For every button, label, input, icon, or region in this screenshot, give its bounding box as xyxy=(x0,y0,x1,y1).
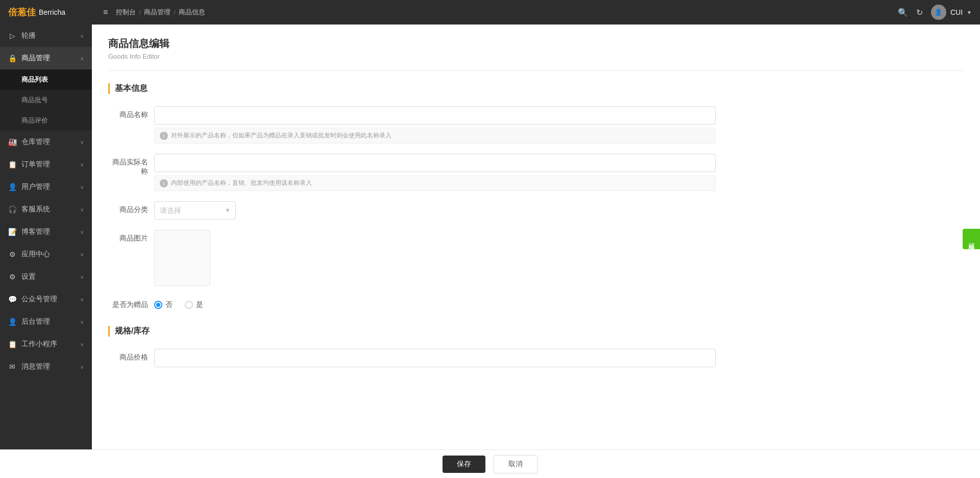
goods-name-hint: i 对外展示的产品名称，但如果产品为赠品在录入直销或批发时则会使用此名称录入 xyxy=(154,128,716,144)
sidebar-item-goods[interactable]: 🔒 商品管理 ∧ xyxy=(0,47,92,69)
is-gift-content: 否 是 xyxy=(154,296,716,309)
goods-price-label: 商品价格 xyxy=(108,349,154,362)
service-arrow: ∨ xyxy=(80,207,84,212)
goods-name-input[interactable] xyxy=(154,106,716,125)
breadcrumb-home: 控制台 xyxy=(116,8,136,17)
warehouse-icon: 🏭 xyxy=(8,138,16,146)
sidebar-item-warehouse[interactable]: 🏭 仓库管理 ∨ xyxy=(0,131,92,153)
main-layout: ▷ 轮播 ∨ 🔒 商品管理 ∧ 商品列表 商品批号 商品评价 🏭 仓库管理 ∨ xyxy=(0,25,980,478)
goods-price-content xyxy=(154,349,716,367)
hint-icon-real-name: i xyxy=(160,179,168,187)
order-arrow: ∨ xyxy=(80,162,84,168)
sidebar-carousel-inner: ▷ 轮播 xyxy=(8,31,36,40)
logo-en: Berricha xyxy=(39,8,65,16)
sidebar-service-inner: 🎧 客服系统 xyxy=(8,205,50,214)
radio-no-circle xyxy=(154,301,162,309)
section-basic-info: 基本信息 商品名称 i 对外展示的产品名称，但如果产品为赠品在录入直销或批发时则… xyxy=(108,83,964,309)
breadcrumb: 控制台 / 商品管理 / 商品信息 xyxy=(116,8,205,17)
section2-heading: 规格/库存 xyxy=(108,326,964,337)
message-arrow: ∨ xyxy=(80,364,84,370)
carousel-icon: ▷ xyxy=(8,32,16,40)
sidebar-item-user[interactable]: 👤 用户管理 ∨ xyxy=(0,176,92,198)
cancel-button[interactable]: 取消 xyxy=(494,455,537,473)
goods-icon: 🔒 xyxy=(8,54,16,62)
menu-toggle-icon[interactable]: ≡ xyxy=(101,6,110,19)
sidebar-item-goods-batch[interactable]: 商品批号 xyxy=(0,90,92,110)
search-icon[interactable]: 🔍 xyxy=(898,8,908,17)
wechat-arrow: ∨ xyxy=(80,297,84,302)
sidebar-label-backend: 后台管理 xyxy=(21,317,50,326)
breadcrumb-goods-info: 商品信息 xyxy=(179,8,205,17)
save-button[interactable]: 保存 xyxy=(443,456,485,473)
sidebar-item-blog[interactable]: 📝 博客管理 ∨ xyxy=(0,221,92,243)
sidebar-goods-inner: 🔒 商品管理 xyxy=(8,54,50,63)
sidebar-label-warehouse: 仓库管理 xyxy=(21,137,50,147)
sidebar-label-message: 消息管理 xyxy=(21,362,50,371)
radio-no[interactable]: 否 xyxy=(154,300,173,309)
content-area: 商品信息编辑 Goods Info Editor 基本信息 商品名称 i 对外展… xyxy=(92,25,980,478)
message-icon: ✉ xyxy=(8,363,16,371)
sidebar-label-apps: 应用中心 xyxy=(21,250,50,259)
radio-yes[interactable]: 是 xyxy=(185,300,203,309)
user-arrow-icon: ∨ xyxy=(80,184,84,190)
warehouse-arrow: ∨ xyxy=(80,139,84,145)
sidebar-label-order: 订单管理 xyxy=(21,160,50,169)
settings-arrow: ∨ xyxy=(80,274,84,280)
bottom-bar: 保存 取消 xyxy=(0,449,980,478)
sidebar-item-apps[interactable]: ⚙ 应用中心 ∨ xyxy=(0,243,92,266)
goods-name-content: i 对外展示的产品名称，但如果产品为赠品在录入直销或批发时则会使用此名称录入 xyxy=(154,106,716,144)
sidebar-label-service: 客服系统 xyxy=(21,205,50,214)
is-gift-row: 是否为赠品 否 是 xyxy=(108,296,964,309)
backend-arrow: ∨ xyxy=(80,319,84,325)
user-name: CUI xyxy=(950,8,963,16)
user-area[interactable]: 👤 CUI ▼ xyxy=(931,5,972,20)
page-subtitle: Goods Info Editor xyxy=(108,53,964,60)
apps-arrow: ∨ xyxy=(80,252,84,257)
sidebar-user-inner: 👤 用户管理 xyxy=(8,182,50,192)
sidebar-item-service[interactable]: 🎧 客服系统 ∨ xyxy=(0,198,92,221)
is-gift-radio-group: 否 是 xyxy=(154,296,716,309)
sidebar-label-user: 用户管理 xyxy=(21,182,50,192)
user-dropdown-arrow: ▼ xyxy=(967,10,972,15)
sidebar-label-goods: 商品管理 xyxy=(21,54,50,63)
refresh-icon[interactable]: ↻ xyxy=(916,8,923,17)
goods-image-content xyxy=(154,230,716,286)
hint-icon-name: i xyxy=(160,132,168,140)
apps-icon: ⚙ xyxy=(8,250,16,258)
sidebar-blog-inner: 📝 博客管理 xyxy=(8,227,50,236)
divider xyxy=(108,70,964,71)
goods-real-name-label: 商品实际名称 xyxy=(108,154,154,176)
sidebar-item-goods-list[interactable]: 商品列表 xyxy=(0,69,92,90)
goods-real-name-hint-text: 内部使用的产品名称，直销、批发均使用该名称录入 xyxy=(171,179,312,187)
user-icon: 👤 xyxy=(8,183,16,191)
sidebar-apps-inner: ⚙ 应用中心 xyxy=(8,250,50,259)
logo-cn: 倍葱佳 xyxy=(8,6,36,18)
sidebar-item-miniapp[interactable]: 📋 工作小程序 ∨ xyxy=(0,333,92,355)
goods-category-select[interactable]: 请选择 xyxy=(154,201,236,220)
goods-name-row: 商品名称 i 对外展示的产品名称，但如果产品为赠品在录入直销或批发时则会使用此名… xyxy=(108,106,964,144)
sidebar-item-settings[interactable]: ⚙ 设置 ∨ xyxy=(0,266,92,288)
sidebar-item-goods-review[interactable]: 商品评价 xyxy=(0,110,92,131)
sidebar-item-backend[interactable]: 👤 后台管理 ∨ xyxy=(0,310,92,333)
sidebar-miniapp-inner: 📋 工作小程序 xyxy=(8,340,57,349)
sidebar-item-wechat[interactable]: 💬 公众号管理 ∨ xyxy=(0,288,92,310)
sidebar-label-blog: 博客管理 xyxy=(21,227,50,236)
backend-icon: 👤 xyxy=(8,318,16,326)
goods-price-input[interactable] xyxy=(154,349,716,367)
sidebar-item-carousel[interactable]: ▷ 轮播 ∨ xyxy=(0,25,92,47)
avatar: 👤 xyxy=(931,5,946,20)
sidebar-item-message[interactable]: ✉ 消息管理 ∨ xyxy=(0,355,92,378)
goods-category-content: 请选择 ▼ xyxy=(154,201,716,220)
logo: 倍葱佳 Berricha xyxy=(8,6,95,18)
sidebar: ▷ 轮播 ∨ 🔒 商品管理 ∧ 商品列表 商品批号 商品评价 🏭 仓库管理 ∨ xyxy=(0,25,92,478)
goods-image-upload[interactable] xyxy=(154,230,210,286)
floating-order-button[interactable]: 订单投分 xyxy=(963,229,980,249)
goods-real-name-content: i 内部使用的产品名称，直销、批发均使用该名称录入 xyxy=(154,154,716,191)
breadcrumb-goods-mgmt: 商品管理 xyxy=(144,8,170,17)
goods-real-name-input[interactable] xyxy=(154,154,716,172)
goods-name-hint-text: 对外展示的产品名称，但如果产品为赠品在录入直销或批发时则会使用此名称录入 xyxy=(171,131,391,140)
page-title: 商品信息编辑 xyxy=(108,37,964,51)
sidebar-item-order[interactable]: 📋 订单管理 ∨ xyxy=(0,153,92,176)
blog-icon: 📝 xyxy=(8,228,16,236)
goods-real-name-hint: i 内部使用的产品名称，直销、批发均使用该名称录入 xyxy=(154,175,716,191)
